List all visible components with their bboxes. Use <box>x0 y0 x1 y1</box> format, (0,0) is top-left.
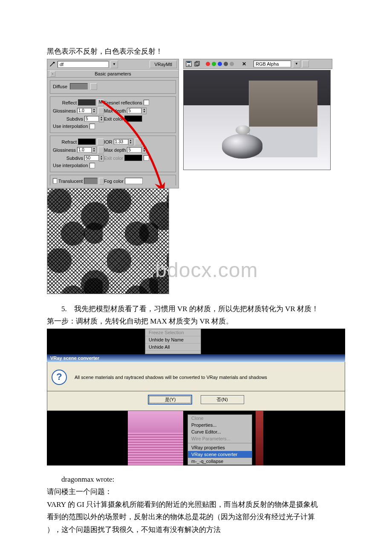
reflect-swatch[interactable] <box>78 99 96 106</box>
group-diffuse: Diffuse <box>50 80 176 94</box>
label-reflect-subdivs: Subdivs <box>66 116 83 121</box>
label-refract-maxdepth: Max depth <box>104 147 126 153</box>
svg-rect-4 <box>196 61 199 65</box>
refract-map-button[interactable] <box>97 139 104 145</box>
svg-rect-1 <box>187 61 190 63</box>
dialog-yes-button[interactable]: 是(Y) <box>148 395 192 405</box>
reflect-glossiness-map-button[interactable] <box>98 107 104 114</box>
channel-red-icon[interactable] <box>206 62 210 66</box>
ior-map-button[interactable] <box>135 139 141 145</box>
reflect-subdivs-spinner[interactable]: 5▲▼ <box>84 116 104 122</box>
dialog-body: ? All scene materials and raytraced shad… <box>47 362 345 391</box>
dialog-buttons: 是(Y) 否(N) <box>47 391 345 411</box>
render-teapot-object <box>218 124 269 159</box>
pattern-texture <box>47 188 169 294</box>
clear-icon[interactable]: ✕ <box>241 61 248 67</box>
dialog-titlebar: VRay scene converter <box>47 354 345 362</box>
figure-top: ▼ VRayMtl - Basic parameters Diffuse <box>47 59 349 294</box>
quote-line1: 请问楼主一个问题： <box>47 486 349 497</box>
ior-spinner[interactable]: 1.33▲▼ <box>114 139 133 145</box>
material-type-button[interactable]: VRayMtl <box>150 61 177 68</box>
ctx-unhide-by-name[interactable]: Unhide by Name <box>145 336 201 344</box>
channel-alpha-icon[interactable] <box>224 62 228 66</box>
quote-line2: VARY 的 GI 只计算摄象机所能看到的附近的光照贴图，而当材质反射的物体是摄… <box>47 499 349 510</box>
ctx-freeze-selection[interactable]: Freeze Selection <box>145 329 201 336</box>
material-editor: ▼ VRayMtl - Basic parameters Diffuse <box>47 59 179 188</box>
group-translucent: Translucent Fog color <box>50 175 176 185</box>
quote-line3: 看到的范围以外的场景时，反射出来的物体总是花的（因为这部分没有经过光子计算 <box>47 512 349 523</box>
context-menu-bottom: Clone Properties... Curve Editor... Wire… <box>187 414 252 465</box>
label-translucent: Translucent <box>58 179 83 184</box>
ctx2-clone[interactable]: Clone <box>188 415 252 422</box>
para5-line2: 第一步：调材质，先转化自动把 MAX 材质变为 VR 材质。 <box>47 316 349 327</box>
rollout-collapse-icon[interactable]: - <box>50 71 55 77</box>
translucent-map-button[interactable] <box>99 178 104 185</box>
channel-dropdown-icon[interactable]: ▼ <box>293 60 300 68</box>
ctx2-collapse[interactable]: m-_-q_collapse <box>188 458 252 465</box>
rollout-title-label: Basic parameters <box>95 71 131 76</box>
label-reflect-exitcolor: Exit color <box>104 116 123 121</box>
channel-mono-icon[interactable] <box>230 62 234 66</box>
label-ior: IOR <box>104 139 112 145</box>
ctx2-separator <box>188 443 252 443</box>
rollout-basic-parameters[interactable]: - Basic parameters <box>47 70 179 78</box>
eyedropper-icon[interactable] <box>49 61 56 68</box>
ctx2-wire[interactable]: Wire Parameters... <box>188 435 252 442</box>
ctx2-properties[interactable]: Properties... <box>188 422 252 428</box>
refract-interp-checkbox[interactable] <box>89 163 95 168</box>
label-refract-subdivs: Subdivs <box>66 156 83 161</box>
translucent-swatch[interactable] <box>84 178 98 184</box>
save-icon[interactable] <box>185 61 192 67</box>
dialog-message: All scene materials and raytraced shadow… <box>75 375 267 380</box>
refract-exitcolor-checkbox[interactable] <box>144 155 149 161</box>
label-reflect-glossiness: Glossiness <box>53 108 76 113</box>
label-reflect-interp: Use interpolation <box>53 124 88 129</box>
svg-rect-3 <box>195 62 198 66</box>
viewport-aux-red <box>256 411 263 465</box>
group-refract: Refract IOR 1.33▲▼ Glossiness 1.0▲▼ <box>50 136 176 172</box>
reflect-glossiness-spinner[interactable]: 1.0▲▼ <box>77 107 97 114</box>
fog-color-swatch[interactable] <box>125 178 143 184</box>
label-fresnel: Fresnel reflections <box>104 100 142 105</box>
figure-dialog: Freeze Selection Unhide by Name Unhide A… <box>47 329 345 465</box>
ctx2-vray-properties[interactable]: VRay properties <box>188 444 252 451</box>
reflect-exitcolor-swatch[interactable] <box>124 116 142 122</box>
material-name-dropdown-icon[interactable]: ▼ <box>110 61 118 68</box>
question-icon: ? <box>52 370 67 385</box>
refract-glossiness-map-button[interactable] <box>98 147 104 153</box>
channel-select[interactable] <box>254 61 291 67</box>
para5-line1: 5. 我先把模型材质看了看，习惯用 VR 的材质，所以先把材质转化为 VR 材质… <box>47 304 349 315</box>
ctx2-vray-scene-converter[interactable]: VRay scene converter <box>188 451 252 458</box>
svg-rect-2 <box>187 64 190 66</box>
quote-author: dragonmax wrote: <box>47 474 349 485</box>
group-reflect: Reflect M Fresnel reflections Glossiness… <box>50 96 176 133</box>
reflect-interp-checkbox[interactable] <box>89 124 95 129</box>
context-menu-top: Freeze Selection Unhide by Name Unhide A… <box>145 329 201 354</box>
dialog-no-button[interactable]: 否(N) <box>201 395 244 404</box>
intro-text: 黑色表示不反射，白色表示全反射！ <box>47 46 349 57</box>
refract-subdivs-spinner[interactable]: 50▲▼ <box>84 155 104 162</box>
material-topbar: ▼ VRayMtl <box>47 59 179 70</box>
material-name-input[interactable] <box>58 61 109 68</box>
channel-green-icon[interactable] <box>212 62 216 66</box>
ctx-unhide-all[interactable]: Unhide All <box>145 344 201 351</box>
toolbar-aux-button[interactable] <box>302 61 309 67</box>
render-toolbar: ✕ ▼ <box>183 59 332 69</box>
reflect-maxdepth-spinner[interactable]: 5▲▼ <box>127 107 147 114</box>
label-refract: Refract <box>62 139 77 145</box>
diffuse-map-button[interactable] <box>90 83 97 90</box>
refract-exitcolor-swatch[interactable] <box>124 155 142 161</box>
clone-icon[interactable] <box>194 61 201 67</box>
label-refract-exitcolor: Exit color <box>104 156 123 161</box>
fresnel-checkbox[interactable] <box>144 100 149 105</box>
viewport-top: Freeze Selection Unhide by Name Unhide A… <box>47 329 345 354</box>
refract-swatch[interactable] <box>78 139 96 145</box>
refract-maxdepth-spinner[interactable]: 5▲▼ <box>127 147 147 153</box>
refract-glossiness-spinner[interactable]: 1.0▲▼ <box>77 147 97 153</box>
ctx2-curve-editor[interactable]: Curve Editor... <box>188 428 252 435</box>
render-preview <box>183 70 331 170</box>
translucent-checkbox[interactable] <box>53 178 57 184</box>
channel-blue-icon[interactable] <box>218 62 222 66</box>
diffuse-swatch[interactable] <box>70 83 88 90</box>
reflect-map-button[interactable]: M <box>97 99 104 106</box>
